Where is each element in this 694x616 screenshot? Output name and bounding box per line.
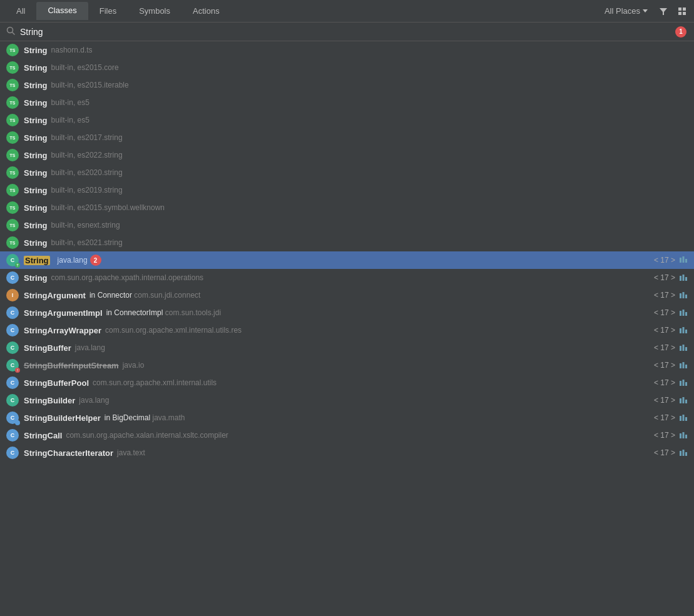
svg-rect-34 [680,416,681,421]
svg-rect-27 [685,365,687,368]
package-name: built-in, esnext.string [51,221,120,230]
class-name: StringArrayWrapper [24,326,101,335]
class-icon: C [6,447,19,459]
list-item[interactable]: C StringBufferPool com.sun.org.apache.xm… [0,374,694,391]
list-item[interactable]: TS String built-in, es2022.string [0,146,694,164]
svg-rect-2 [683,8,686,11]
suffix: in ConnectorImpl [106,308,165,317]
interface-icon: I [6,289,19,301]
module-icon [679,308,688,317]
class-icon: C [6,376,19,389]
tab-all[interactable]: All [5,3,36,19]
version-badge: < 17 > [654,448,675,457]
list-item[interactable]: TS String built-in, es2015.symbol.wellkn… [0,199,694,216]
version-badge: < 17 > [654,413,675,422]
list-item[interactable]: TS String built-in, es2015.iterable [0,76,694,94]
suffix: in Connector [89,291,134,300]
item-right: < 17 > [654,396,688,405]
list-item[interactable]: C StringBuilderHelper in BigDecimal java… [0,409,694,427]
class-name: String [24,256,50,265]
svg-rect-22 [680,346,681,351]
list-item[interactable]: C StringCharacterIterator java.text < 17… [0,444,694,462]
list-item[interactable]: TS String built-in, es2015.core [0,59,694,76]
svg-rect-31 [680,398,681,403]
class-icon: C [6,412,19,424]
module-icon [679,343,688,352]
list-item[interactable]: C StringBuilder java.lang < 17 > [0,391,694,409]
class-name: StringBuilderHelper [24,413,101,423]
class-icon: C ! [6,359,19,371]
list-item[interactable]: C ! StringBufferInputStream java.io < 17… [0,356,694,374]
package-name: built-in, es5 [51,98,89,107]
module-icon [679,273,688,282]
version-badge: < 17 > [654,396,675,405]
package-name: nashorn.d.ts [51,46,93,54]
module-icon [679,326,688,335]
package-name: built-in, es2015.iterable [51,81,129,89]
module-icon [679,413,688,422]
ts-icon: TS [6,201,19,214]
tab-files[interactable]: Files [88,3,128,19]
ts-icon: TS [6,44,19,56]
item-right: < 17 > [654,308,688,317]
all-places-dropdown[interactable]: All Places [601,4,651,18]
tab-actions[interactable]: Actions [181,3,231,19]
svg-rect-38 [683,432,685,438]
list-item[interactable]: C StringArgumentImpl in ConnectorImpl co… [0,304,694,321]
version-badge: < 17 > [654,431,675,440]
tab-classes[interactable]: Classes [36,2,88,20]
svg-rect-33 [685,400,687,403]
layout-button[interactable] [675,4,689,18]
svg-rect-20 [683,327,685,333]
suffix: in BigDecimal [105,413,153,422]
list-item[interactable]: TS String built-in, es2021.string [0,234,694,251]
svg-rect-25 [680,363,681,368]
svg-rect-9 [685,259,687,263]
list-item[interactable]: C String com.sun.org.apache.xpath.intern… [0,269,694,286]
package-name: java.lang [75,343,105,352]
class-name: StringArgumentImpl [24,308,103,318]
list-item[interactable]: TS String built-in, esnext.string [0,216,694,234]
list-item[interactable]: C StringBuffer java.lang < 17 > [0,339,694,356]
list-item[interactable]: TS String built-in, es5 [0,94,694,111]
item-right: < 17 > [654,326,688,335]
svg-marker-0 [660,8,667,15]
svg-rect-28 [680,381,681,386]
class-name: StringBuilder [24,396,75,405]
item-right: < 17 > [654,273,688,282]
version-badge: < 17 > [654,273,675,282]
module-icon [679,361,688,370]
list-item[interactable]: C StringCall com.sun.org.apache.xalan.in… [0,427,694,444]
search-input[interactable] [20,27,688,37]
list-item[interactable]: TS String nashorn.d.ts [0,41,694,59]
package-name: built-in, es2017.string [51,133,123,142]
class-name: String [24,116,48,125]
list-item[interactable]: TS String built-in, es2019.string [0,181,694,199]
list-item[interactable]: TS String built-in, es2020.string [0,164,694,181]
list-item[interactable]: I StringArgument in Connector com.sun.jd… [0,286,694,304]
filter-button[interactable] [656,4,670,18]
tab-symbols[interactable]: Symbols [128,3,181,19]
svg-rect-3 [678,12,681,15]
list-item[interactable]: TS String built-in, es2017.string [0,129,694,146]
version-badge: < 17 > [654,343,675,352]
version-badge: < 17 > [654,326,675,335]
header: All Classes Files Symbols Actions All Pl… [0,0,694,23]
svg-rect-17 [683,310,685,316]
package-name: com.sun.org.apache.xml.internal.utils [93,378,217,387]
list-item[interactable]: C StringArrayWrapper com.sun.org.apache.… [0,321,694,339]
ts-icon: TS [6,96,19,109]
search-icon [6,26,15,37]
ts-icon: TS [6,131,19,144]
list-item[interactable]: TS String built-in, es5 [0,111,694,129]
svg-rect-30 [685,382,687,386]
package-name: java.lang [58,256,88,265]
class-name: String [24,273,48,283]
module-icon [679,255,688,266]
svg-line-6 [13,33,15,35]
list-item-selected[interactable]: C T String java.lang 2 < 17 > [0,251,694,269]
svg-rect-7 [680,258,681,263]
all-places-label: All Places [605,6,640,16]
svg-rect-15 [685,295,687,298]
svg-rect-18 [685,312,687,316]
